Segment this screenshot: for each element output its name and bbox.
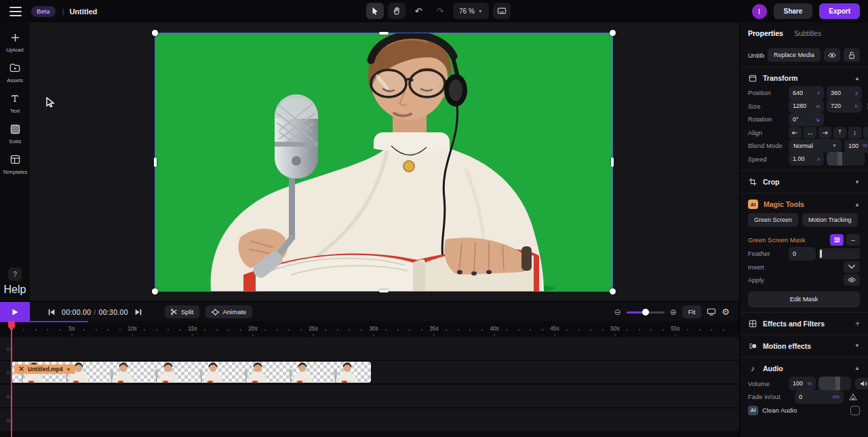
fit-button[interactable]: Fit [682, 305, 702, 318]
edit-controls: Split Animate [165, 302, 252, 322]
rotation-input[interactable]: 0° [789, 113, 824, 126]
edit-mask-button[interactable]: Edit Mask [748, 291, 860, 307]
invert-toggle-button[interactable] [844, 261, 860, 273]
lock-toggle-button[interactable] [844, 48, 860, 62]
playhead-line [11, 321, 12, 437]
feather-input[interactable]: 0 [789, 247, 816, 261]
motion-tracking-button[interactable]: Motion Tracking [802, 213, 858, 227]
track-a1[interactable]: A1 [0, 385, 739, 407]
track-v1[interactable]: V1 [0, 361, 739, 383]
sidebar-item-solid[interactable]: Solid [0, 114, 30, 145]
select-tool-button[interactable] [366, 3, 384, 19]
eye-icon [848, 277, 856, 283]
panel-tabs: Properties Subtitles [748, 22, 860, 43]
project-title[interactable]: Untitled [69, 7, 97, 16]
zoom-in-icon[interactable]: ⊕ [670, 307, 677, 317]
sidebar-item-help[interactable]: ? Help [0, 267, 30, 296]
slider-knob[interactable] [642, 309, 649, 316]
replace-media-button[interactable]: Replace Media [768, 48, 821, 62]
resize-handle-right[interactable] [611, 157, 614, 167]
volume-input[interactable]: 100% [789, 377, 816, 390]
size-height-input[interactable]: 720h [827, 99, 862, 113]
visibility-toggle-button[interactable] [824, 48, 840, 62]
align-center-horizontal-button[interactable]: ↔ [804, 127, 816, 138]
resize-handle-bottom[interactable] [379, 290, 389, 292]
chevron-down-icon: ▼ [66, 367, 71, 372]
timeline[interactable]: 5s10s15s20s25s30s35s40s45s50s55s V2 V1 [0, 321, 739, 437]
timeline-zoom-slider[interactable] [627, 309, 665, 316]
size-width-input[interactable]: 1280w [789, 99, 824, 113]
sidebar-item-upload[interactable]: Upload [0, 22, 30, 53]
preview-quality-icon[interactable] [707, 308, 716, 316]
hand-tool-button[interactable] [388, 3, 406, 19]
animate-button[interactable]: Animate [205, 305, 252, 318]
volume-slider[interactable] [818, 377, 851, 390]
align-right-button[interactable]: ⇥ [818, 127, 831, 138]
mask-settings-button[interactable] [830, 234, 844, 246]
section-audio[interactable]: ♪ Audio ▲ [748, 362, 860, 375]
video-clip[interactable]: Untitled.mp4 ▼ [12, 362, 371, 383]
align-bottom-button[interactable]: ⤓ [863, 127, 868, 138]
sidebar-item-text[interactable]: Text [0, 83, 30, 114]
remove-mask-button[interactable]: – [846, 234, 860, 246]
speed-input[interactable]: 1.00x [789, 152, 824, 166]
track-a2[interactable]: A2 [0, 408, 739, 431]
sidebar-item-label: Templates [3, 169, 27, 175]
section-crop[interactable]: Crop ▼ [748, 176, 860, 188]
align-left-button[interactable]: ⇤ [789, 127, 802, 138]
timeline-ruler[interactable]: 5s10s15s20s25s30s35s40s45s50s55s [0, 321, 739, 337]
undo-button[interactable]: ↶ [410, 3, 427, 19]
section-transform[interactable]: Transform ▲ [748, 72, 860, 84]
resize-handle-top-left[interactable] [152, 30, 158, 36]
feather-slider[interactable] [818, 248, 860, 259]
align-center-vertical-button[interactable]: ↕ [848, 127, 861, 138]
menu-icon[interactable] [9, 7, 22, 16]
green-screen-button[interactable]: Green Screen [748, 213, 798, 227]
track-v2[interactable]: V2 [0, 337, 739, 360]
fullscreen-preview-button[interactable] [493, 3, 511, 19]
play-button[interactable] [0, 302, 30, 322]
blend-mode-select[interactable]: Normal▼ [789, 139, 842, 153]
zoom-out-icon[interactable]: ⊖ [614, 307, 621, 317]
section-motion-effects[interactable]: Motion effects ▼ [748, 340, 860, 352]
section-effects-filters[interactable]: Effects and Filters + [748, 318, 860, 330]
redo-button[interactable]: ↷ [431, 3, 449, 19]
align-top-button[interactable]: ⤒ [833, 127, 846, 138]
tab-subtitles[interactable]: Subtitles [794, 29, 821, 37]
skip-to-start-icon[interactable] [47, 308, 56, 316]
clip-name-badge[interactable]: Untitled.mp4 ▼ [14, 364, 75, 374]
tab-properties[interactable]: Properties [748, 29, 783, 37]
canvas-area[interactable] [30, 22, 739, 301]
avatar[interactable]: I [752, 4, 767, 19]
timeline-settings-gear-icon[interactable]: ⚙ [722, 307, 730, 317]
resize-handle-bottom-left[interactable] [152, 288, 158, 294]
position-y-input[interactable]: 360y [827, 86, 862, 100]
add-icon[interactable]: + [855, 319, 860, 328]
resize-handle-bottom-right[interactable] [610, 288, 616, 294]
speed-slider[interactable] [827, 152, 865, 166]
zoom-level-value: 76 % [459, 7, 475, 15]
sidebar-item-templates[interactable]: Templates [0, 145, 30, 175]
fade-input[interactable]: 0ms [795, 390, 844, 404]
resize-handle-top[interactable] [379, 32, 389, 35]
opacity-input[interactable]: 100% [844, 139, 868, 153]
feather-row: Feather 0 [748, 247, 860, 261]
zoom-level-dropdown[interactable]: 76 % ▼ [453, 3, 489, 19]
skip-to-end-icon[interactable] [134, 308, 142, 316]
split-button[interactable]: Split [165, 305, 199, 318]
link-dimensions-icon[interactable] [865, 100, 868, 112]
position-x-input[interactable]: 640x [789, 86, 824, 100]
apply-preview-button[interactable] [844, 274, 860, 286]
video-layer-selected[interactable] [155, 33, 612, 291]
fade-curve-icon[interactable] [846, 391, 860, 403]
clean-audio-checkbox[interactable] [850, 406, 860, 415]
section-magic-tools[interactable]: AI Magic Tools ▲ [748, 198, 860, 210]
help-icon: ? [8, 267, 22, 281]
sliders-icon [833, 237, 841, 243]
mute-button[interactable] [855, 378, 868, 390]
export-button[interactable]: Export [819, 3, 860, 19]
share-button[interactable]: Share [774, 3, 813, 19]
sidebar-item-assets[interactable]: Assets [0, 53, 30, 83]
resize-handle-left[interactable] [154, 157, 157, 167]
resize-handle-top-right[interactable] [610, 30, 616, 36]
